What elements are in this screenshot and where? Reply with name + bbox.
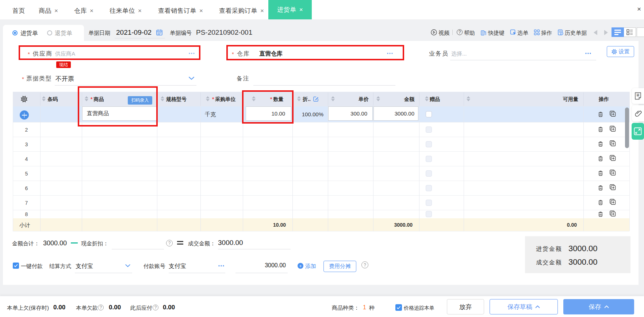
svg-text:草: 草 [636,93,640,97]
